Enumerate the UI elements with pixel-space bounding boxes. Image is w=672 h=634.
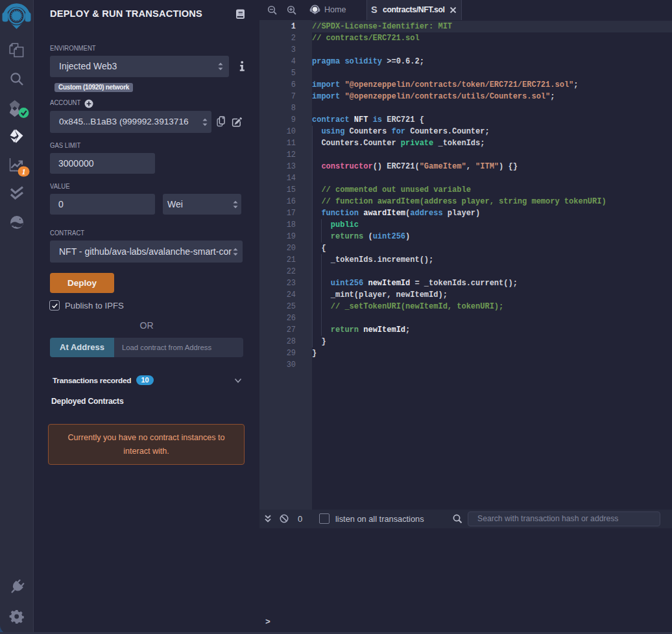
svg-text:1: 1 [21, 167, 25, 176]
